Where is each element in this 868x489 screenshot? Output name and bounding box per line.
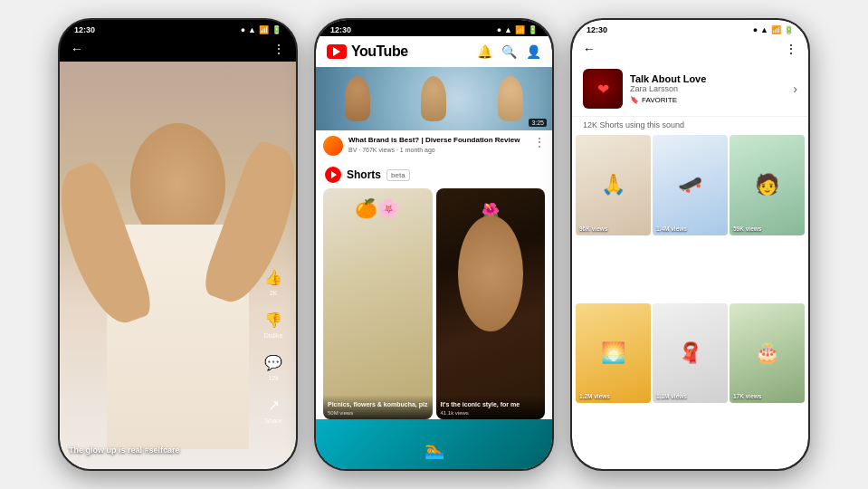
si-6-icon: 🎂 [730,303,805,404]
p3-back-icon[interactable]: ← [583,42,596,56]
short-item-5[interactable]: 🧣 1.1M views [653,303,728,404]
status-bar-1: 12:30 ● ▲ 📶 🔋 [60,20,296,36]
status-icons-1: ● ▲ 📶 🔋 [241,25,281,34]
si-5-icon: 🧣 [653,303,728,404]
phone-2: 12:30 ● ▲ 📶 🔋 YouTube 🔔 🔍 👤 [314,18,554,471]
status-icons-2: ● ▲ 📶 🔋 [497,25,538,34]
shorts-label: Shorts [347,168,381,181]
short-caption-1: Picnics, flowers & kombucha, plz 50M vie… [323,395,433,419]
profile-icon[interactable]: 👤 [526,44,541,59]
comment-icon: 💬 [262,351,284,373]
favorite-label: 🔖 FAVORITE [630,96,786,104]
dislike-button[interactable]: 👎 Dislike [262,309,284,339]
thumb-person-3 [498,76,523,121]
si-views-1: 96K views [579,225,607,232]
comment-count: 12k [268,375,278,381]
back-icon[interactable]: ← [71,42,83,56]
share-button[interactable]: ↗ Share [262,394,284,424]
video-caption: The glow up is real #selfcare [69,446,246,455]
like-count: 2K [270,290,278,296]
video-thumbnail: 3:25 [316,67,552,130]
time-3: 12:30 [587,25,607,34]
music-info: Talk About Love Zara Larsson 🔖 FAVORITE [630,73,786,104]
like-button[interactable]: 👍 2K [262,266,284,296]
short-views-2: 41.1k views [441,410,541,416]
bookmark-icon: 🔖 [630,96,639,104]
notification-icon[interactable]: 🔔 [477,44,492,59]
search-icon[interactable]: 🔍 [501,44,517,59]
short-item-2[interactable]: 🛹 1.4M views [653,135,728,235]
music-card[interactable]: ❤ Talk About Love Zara Larsson 🔖 FAVORIT… [572,62,808,117]
short-item-6[interactable]: 🎂 17K views [730,303,805,404]
video-more-icon[interactable]: ⋮ [534,136,545,149]
video-actions: 👍 2K 👎 Dislike 💬 12k ↗ Share [251,62,296,469]
si-views-6: 17K views [733,393,761,399]
short-item-3[interactable]: 🧑 59K views [730,135,805,235]
phone-1: 12:30 ● ▲ 📶 🔋 ← ⋮ [58,18,298,471]
short-face [458,216,523,331]
si-views-5: 1.1M views [656,393,687,399]
short-card-2[interactable]: 🌺 It's the iconic style, for me 41.1k vi… [436,188,546,419]
si-2-icon: 🛹 [653,135,728,235]
p3-header: ← ⋮ [572,36,808,62]
shorts-grid: 🍊🌸 Picnics, flowers & kombucha, plz 50M … [316,188,552,419]
si-views-4: 1.2M views [579,393,610,399]
p3-more-icon[interactable]: ⋮ [785,42,797,56]
short-caption-2: It's the iconic style, for me 41.1k view… [436,395,546,419]
sounds-count: 12K Shorts using this sound [572,117,808,135]
short-item-4[interactable]: 🌅 1.2M views [576,303,651,404]
video-meta: BV · 767K views · 1 month ago [348,147,529,153]
short-title-2: It's the iconic style, for me [441,400,541,408]
phone-3: 12:30 ● ▲ 📶 🔋 ← ⋮ ❤ Talk About Love Zara… [570,18,810,471]
time-2: 12:30 [330,25,351,34]
bottom-thumbnail[interactable]: 🏊 [316,419,552,469]
si-4-icon: 🌅 [576,303,651,404]
shorts-sound-grid: 🙏 96K views 🛹 1.4M views 🧑 59K views 🌅 1… [572,135,808,469]
channel-avatar [323,136,343,156]
song-artist: Zara Larsson [630,84,786,93]
status-bar-3: 12:30 ● ▲ 📶 🔋 [572,20,808,36]
shorts-play-icon [331,171,337,178]
chevron-right-icon: › [793,82,797,96]
short-item-1[interactable]: 🙏 96K views [576,135,651,235]
music-thumbnail: ❤ [583,69,623,109]
youtube-logo: YouTube [327,43,408,60]
time-1: 12:30 [74,25,95,34]
youtube-header: YouTube 🔔 🔍 👤 [316,36,552,67]
si-3-icon: 🧑 [730,135,805,235]
yt-play-triangle [333,47,340,56]
featured-video[interactable]: 3:25 What Brand is Best? | Diverse Found… [316,67,552,161]
more-icon-1[interactable]: ⋮ [272,42,285,56]
share-label: Share [265,417,282,424]
song-title: Talk About Love [630,73,786,84]
short-bg-1 [323,188,433,419]
video-content: 👍 2K 👎 Dislike 💬 12k ↗ Share The g [60,62,296,469]
share-icon: ↗ [262,394,284,416]
si-views-3: 59K views [733,225,761,232]
video-duration: 3:25 [529,119,547,127]
dislike-label: Dislike [264,332,283,339]
shorts-logo-icon [325,167,341,183]
pool-person-icon: 🏊 [424,440,444,460]
yt-header-icons: 🔔 🔍 👤 [477,44,541,59]
video-info: What Brand is Best? | Diverse Foundation… [316,130,552,161]
shorts-header: Shorts beta [316,161,552,188]
comment-button[interactable]: 💬 12k [262,351,284,381]
short-views-1: 50M views [328,410,428,416]
thumbs-up-icon: 👍 [262,266,284,288]
short-title-1: Picnics, flowers & kombucha, plz [328,400,428,408]
si-views-2: 1.4M views [656,225,687,232]
heart-icon: ❤ [597,81,609,98]
status-bar-2: 12:30 ● ▲ 📶 🔋 [316,20,552,36]
video-nav-top: ← ⋮ [60,36,296,62]
short-decoration-1: 🍊🌸 [355,197,400,219]
video-title: What Brand is Best? | Diverse Foundation… [348,136,529,145]
status-icons-3: ● ▲ 📶 🔋 [753,25,794,34]
yt-logo-text: YouTube [351,43,408,60]
thumb-person-1 [345,76,370,121]
video-text: What Brand is Best? | Diverse Foundation… [348,136,529,153]
thumbs-down-icon: 👎 [262,309,284,331]
thumb-person-2 [421,76,446,121]
short-card-1[interactable]: 🍊🌸 Picnics, flowers & kombucha, plz 50M … [323,188,433,419]
si-1-icon: 🙏 [576,135,651,235]
